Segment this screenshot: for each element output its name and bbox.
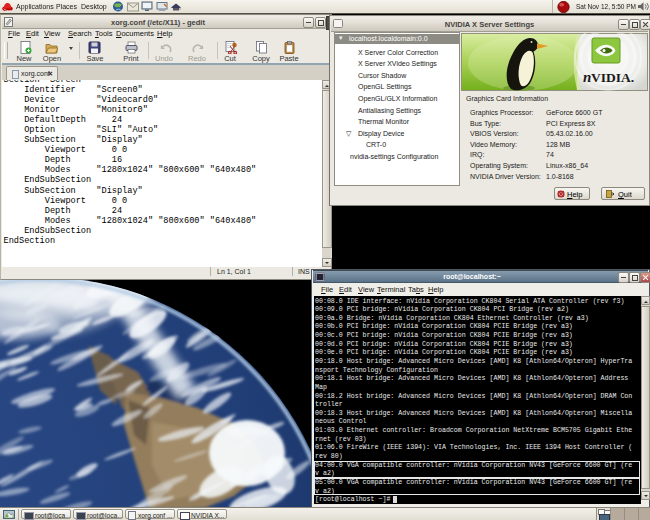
svg-text:VIDIA.: VIDIA. — [591, 70, 634, 85]
